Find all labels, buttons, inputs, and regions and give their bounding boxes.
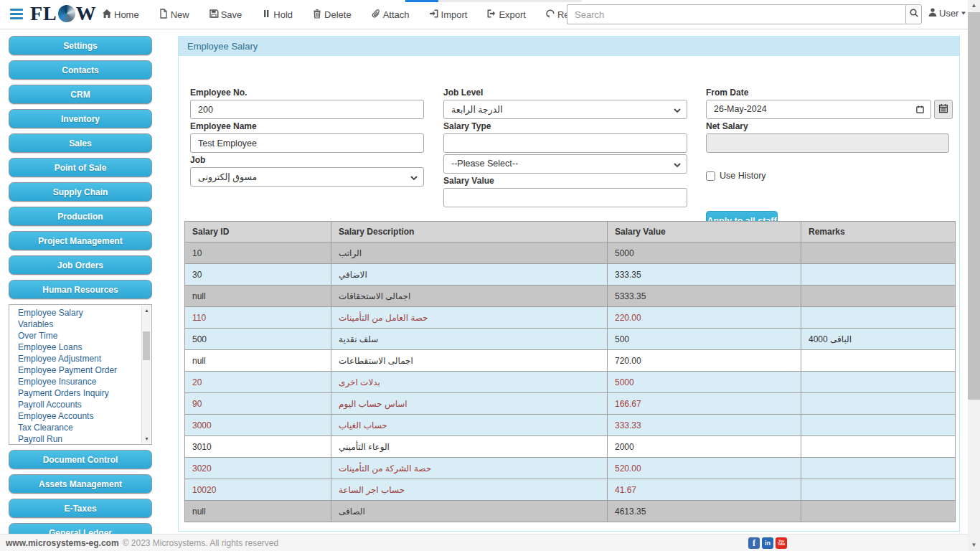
youtube-icon[interactable]: YouTube	[776, 537, 787, 549]
submenu-item-employee-adjustment[interactable]: Employee Adjustment	[18, 353, 151, 364]
sidebar-item-human-resources[interactable]: Human Resources	[9, 280, 152, 299]
sidebar-item-job-orders[interactable]: Job Orders	[9, 255, 152, 275]
table-row[interactable]: 10الراتب5000	[185, 242, 956, 264]
submenu-item-payment-orders-inquiry[interactable]: Payment Orders Inquiry	[18, 387, 151, 399]
scroll-up-icon[interactable]: ▲	[968, 0, 980, 11]
toolbar-button-attach[interactable]: Attach	[371, 9, 410, 21]
footer-copyright: © 2023 Microsystems. All rights reserved	[123, 538, 279, 548]
toolbar-button-import[interactable]: Import	[429, 9, 468, 21]
submenu-item-employee-insurance[interactable]: Employee Insurance	[18, 376, 151, 387]
submenu-item-employee-salary[interactable]: Employee Salary	[18, 307, 151, 319]
scroll-down-icon[interactable]: ▼	[968, 540, 980, 551]
submenu-item-employee-accounts[interactable]: Employee Accounts	[18, 410, 151, 422]
table-row[interactable]: nullالصافى4613.35	[185, 501, 956, 522]
cell-salary-description: الاضافي	[331, 264, 608, 286]
table-row[interactable]: 90اساس حساب اليوم166.67	[185, 393, 956, 415]
table-row[interactable]: 30الاضافي333.35	[185, 264, 956, 286]
cell-salary-value: 720.00	[608, 350, 801, 372]
table-row[interactable]: 10020حساب اجر الساعة41.67	[185, 479, 956, 501]
employee-no-field[interactable]	[190, 100, 424, 119]
page-scrollbar: ▲ ▼	[968, 0, 980, 551]
cell-salary-description: الصافى	[331, 501, 608, 522]
facebook-icon[interactable]: f	[748, 537, 760, 549]
search-input[interactable]	[567, 4, 905, 24]
sidebar-item-crm[interactable]: CRM	[9, 85, 152, 104]
sidebar-item-e-taxes[interactable]: E-Taxes	[9, 499, 152, 518]
hr-submenu-listbox: Employee SalaryVariablesOver TimeEmploye…	[9, 304, 152, 445]
toolbar-button-hold[interactable]: Hold	[261, 9, 293, 21]
linkedin-icon[interactable]: in	[762, 537, 773, 549]
user-menu[interactable]: User	[928, 7, 967, 19]
job-level-select-value: الدرجة الرابعة	[451, 105, 503, 115]
search-group	[567, 4, 922, 24]
toolbar-items: HomeNewSaveHoldDeleteAttachImportExportR…	[102, 0, 641, 29]
salary-type-field[interactable]	[443, 133, 687, 153]
table-row[interactable]: 110حصة العامل من التأمينات220.00	[185, 307, 956, 329]
net-salary-label: Net Salary	[706, 121, 748, 131]
toolbar-button-delete[interactable]: Delete	[312, 9, 352, 21]
cell-remarks	[801, 242, 956, 264]
submenu-scroll-down-icon[interactable]: ▼	[142, 434, 151, 443]
table-row[interactable]: nullاجمالى الاستقطاعات720.00	[185, 350, 956, 372]
table-row[interactable]: 3000حساب الغياب333.33	[185, 415, 956, 436]
sidebar-item-production[interactable]: Production	[9, 207, 152, 226]
flow-logo[interactable]: FLW	[30, 2, 97, 25]
submenu-item-over-time[interactable]: Over Time	[18, 330, 151, 342]
table-row[interactable]: nullاجمالى الاستحقاقات5333.35	[185, 286, 956, 307]
sidebar-item-document-control[interactable]: Document Control	[9, 450, 152, 469]
employee-name-field[interactable]	[190, 133, 424, 153]
submenu-item-tax-clearance[interactable]: Tax Clearance	[18, 422, 151, 433]
refresh-icon	[545, 9, 555, 21]
submenu-item-payroll-run[interactable]: Payroll Run	[18, 433, 151, 445]
chevron-down-icon	[673, 161, 682, 171]
sidebar-item-supply-chain[interactable]: Supply Chain	[9, 182, 152, 202]
sidebar-item-contacts[interactable]: Contacts	[9, 60, 152, 80]
col-header-salary-description: Salary Description	[331, 222, 608, 242]
cell-salary-description: اساس حساب اليوم	[331, 393, 608, 415]
cell-salary-value: 520.00	[608, 458, 801, 479]
toolbar-button-save[interactable]: Save	[209, 9, 242, 21]
cell-remarks: الباقى 4000	[801, 329, 956, 350]
table-row[interactable]: 3020حصة الشركة من التأمينات520.00	[185, 458, 956, 479]
submenu-scroll-up-icon[interactable]: ▲	[142, 306, 151, 315]
toolbar-button-label: Hold	[273, 9, 293, 20]
date-picker-icon[interactable]	[915, 105, 925, 116]
job-select[interactable]: مسوق إلكترونى	[190, 167, 424, 187]
sidebar-item-inventory[interactable]: Inventory	[9, 109, 152, 128]
table-row[interactable]: 3010الوعاء التأميني2000	[185, 436, 956, 458]
toolbar-button-new[interactable]: New	[159, 9, 189, 21]
scrollbar-thumb[interactable]	[968, 12, 980, 400]
caret-down-icon	[960, 8, 967, 19]
cell-remarks	[801, 264, 956, 286]
job-level-select[interactable]: الدرجة الرابعة	[443, 100, 687, 119]
col-header-salary-value: Salary Value	[608, 222, 801, 242]
salary-type-select[interactable]: --Please Select--	[443, 154, 687, 174]
employee-no-label: Employee No.	[190, 88, 247, 98]
toolbar-button-home[interactable]: Home	[102, 9, 139, 21]
submenu-scroll-thumb[interactable]	[143, 331, 150, 360]
salary-value-field[interactable]	[443, 188, 687, 207]
toolbar-button-export[interactable]: Export	[486, 9, 526, 21]
hamburger-menu-icon[interactable]	[10, 9, 23, 19]
sidebar-item-point-of-sale[interactable]: Point of Sale	[9, 158, 152, 177]
toolbar-button-label: Export	[499, 9, 526, 20]
sidebar-item-settings[interactable]: Settings	[9, 36, 152, 55]
calendar-button[interactable]	[934, 100, 953, 119]
submenu-item-employee-payment-order[interactable]: Employee Payment Order	[18, 364, 151, 376]
sidebar-item-assets-management[interactable]: Assets Management	[9, 474, 152, 494]
submenu-item-variables[interactable]: Variables	[18, 319, 151, 330]
submenu-item-employee-loans[interactable]: Employee Loans	[18, 342, 151, 353]
home-icon	[102, 9, 112, 21]
from-date-field[interactable]: 26-May-2024	[706, 100, 931, 119]
logo-text-right: W	[76, 2, 97, 24]
sidebar-item-sales[interactable]: Sales	[9, 133, 152, 153]
sidebar-item-project-management[interactable]: Project Management	[9, 231, 152, 250]
hr-submenu-items: Employee SalaryVariablesOver TimeEmploye…	[9, 307, 151, 445]
job-level-label: Job Level	[443, 88, 483, 98]
table-row[interactable]: 20بدلات اخرى5000	[185, 372, 956, 393]
footer-site-link[interactable]: www.microsystems-eg.com	[6, 538, 119, 548]
table-row[interactable]: 500سلف نقدية500الباقى 4000	[185, 329, 956, 350]
submenu-item-payroll-accounts[interactable]: Payroll Accounts	[18, 399, 151, 410]
use-history-checkbox[interactable]	[706, 171, 715, 181]
search-button[interactable]	[905, 4, 922, 24]
